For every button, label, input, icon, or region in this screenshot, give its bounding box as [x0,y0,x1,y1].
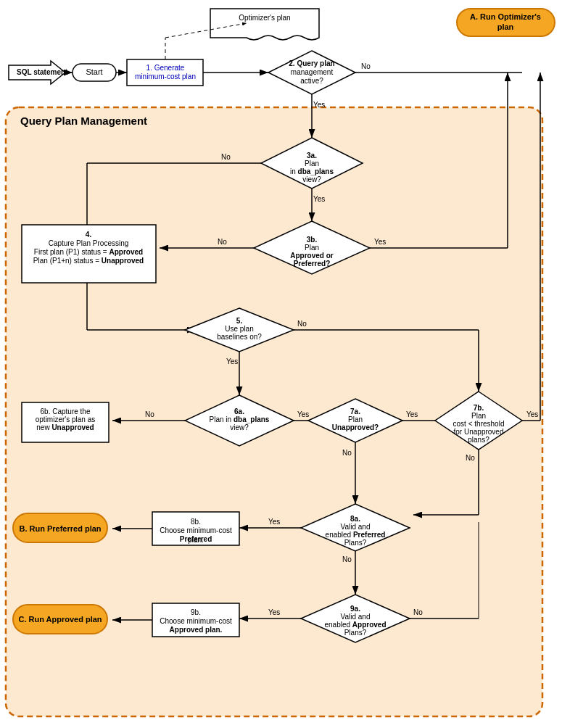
svg-marker-16 [254,221,370,274]
svg-text:for Unapproved: for Unapproved [454,428,504,436]
svg-text:view?: view? [230,423,249,431]
svg-rect-43 [152,512,239,545]
svg-text:plan: plan [497,22,514,31]
svg-text:Yes: Yes [297,410,309,418]
svg-text:No: No [218,238,227,246]
svg-text:Plans?: Plans? [344,629,367,637]
svg-text:9a.: 9a. [350,605,360,613]
svg-marker-26 [185,395,294,446]
svg-text:baselines on?: baselines on? [217,333,262,341]
svg-text:Plan: Plan [348,415,363,423]
svg-text:plan.: plan. [188,536,204,544]
svg-text:B. Run Preferred plan: B. Run Preferred plan [19,524,101,533]
svg-text:Preferred?: Preferred? [294,260,331,268]
svg-marker-23 [185,308,294,352]
svg-text:enabled Approved: enabled Approved [324,621,386,629]
svg-text:9b.: 9b. [191,608,201,616]
svg-text:Yes: Yes [268,608,280,616]
svg-text:Valid and: Valid and [341,523,371,531]
svg-text:cost < threshold: cost < threshold [453,420,505,428]
svg-rect-53 [13,605,107,634]
svg-text:8a.: 8a. [350,515,360,523]
svg-rect-0 [6,107,542,716]
svg-text:Preferred: Preferred [180,535,212,543]
svg-marker-45 [301,595,410,642]
svg-text:4.: 4. [86,231,92,239]
svg-text:No: No [466,454,475,462]
svg-rect-20 [22,225,156,283]
svg-text:No: No [413,608,423,616]
svg-text:C. Run Approved plan: C. Run Approved plan [18,615,102,624]
svg-text:optimizer's plan as: optimizer's plan as [36,415,96,423]
svg-text:Use plan: Use plan [225,325,253,333]
svg-text:8b.: 8b. [191,518,201,526]
svg-text:Query Plan Management: Query Plan Management [20,115,147,127]
svg-text:A. Run Optimizer's: A. Run Optimizer's [470,12,541,21]
svg-text:7b.: 7b. [474,404,484,412]
svg-text:2. Query plan: 2. Query plan [289,59,334,67]
svg-marker-4 [268,51,355,94]
svg-text:minimum-cost plan: minimum-cost plan [135,73,196,80]
svg-text:Yes: Yes [406,410,418,418]
svg-text:No: No [361,62,371,70]
svg-text:1. Generate: 1. Generate [146,64,185,72]
svg-marker-30 [308,399,402,442]
svg-text:No: No [342,449,352,457]
svg-text:Yes: Yes [374,238,386,246]
svg-marker-40 [301,504,410,551]
svg-text:Choose minimum-cost: Choose minimum-cost [160,526,232,534]
svg-text:No: No [342,555,352,563]
svg-text:enabled Preferred: enabled Preferred [326,531,386,539]
svg-marker-1 [9,61,65,84]
svg-text:Approved or: Approved or [290,252,334,260]
svg-text:Yes: Yes [526,410,538,418]
svg-text:Unapproved?: Unapproved? [332,423,379,431]
svg-text:Plan: Plan [305,244,319,252]
svg-text:plans?: plans? [468,436,489,444]
diagram-container: SQL statement Start 1. Generate minimum-… [0,0,562,728]
svg-text:3a.: 3a. [307,152,317,160]
svg-text:Plans?: Plans? [344,539,367,547]
svg-text:new Unapproved: new Unapproved [36,423,94,431]
svg-marker-12 [261,138,363,189]
svg-marker-33 [435,392,522,450]
svg-text:view?: view? [302,175,321,183]
svg-text:7a.: 7a. [350,408,360,415]
svg-text:6b. Capture the: 6b. Capture the [41,408,91,415]
svg-text:First plan (P1) status = Appro: First plan (P1) status = Approved [34,248,143,256]
svg-text:Optimizer's plan: Optimizer's plan [239,14,290,22]
svg-text:Yes: Yes [226,357,238,365]
svg-text:No: No [145,410,154,418]
svg-text:active?: active? [300,77,323,85]
svg-text:Yes: Yes [313,195,325,203]
svg-text:Capture Plan Processing: Capture Plan Processing [49,239,129,247]
svg-rect-51 [457,9,555,36]
svg-text:SQL statement: SQL statement [17,68,68,76]
svg-rect-52 [13,513,107,542]
svg-text:Choose minimum-cost: Choose minimum-cost [160,617,232,625]
svg-text:Plan (P1+n) status = Unapprove: Plan (P1+n) status = Unapproved [33,257,144,265]
svg-text:Valid and: Valid and [341,613,371,621]
svg-rect-49 [152,603,239,637]
svg-text:Plan in dba_plans: Plan in dba_plans [210,415,270,423]
svg-text:Plan: Plan [471,412,486,420]
svg-text:Approved plan.: Approved plan. [170,626,223,634]
svg-text:in dba_plans: in dba_plans [290,167,334,175]
svg-text:Yes: Yes [268,518,280,526]
svg-text:management: management [291,68,334,76]
svg-text:Plan: Plan [305,160,319,167]
svg-text:6a.: 6a. [234,408,244,415]
svg-rect-3 [127,59,203,86]
svg-text:No: No [297,320,307,328]
svg-line-10 [165,23,247,38]
svg-rect-29 [22,402,109,442]
svg-text:5.: 5. [236,317,243,325]
svg-text:Start: Start [86,67,102,76]
svg-text:No: No [221,153,231,161]
svg-rect-2 [73,64,116,81]
svg-text:Yes: Yes [313,101,325,109]
svg-text:3b.: 3b. [307,236,318,244]
